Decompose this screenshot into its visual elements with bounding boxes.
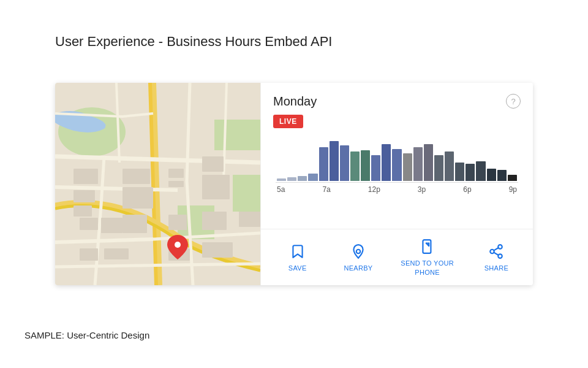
chart-bar	[476, 161, 485, 181]
chart-bar	[392, 149, 401, 181]
sample-label: SAMPLE: User-Centric Design	[24, 330, 149, 340]
chart-container: 5a7a12p3p6p9p	[273, 138, 521, 194]
chart-bar	[445, 151, 454, 181]
chart-labels: 5a7a12p3p6p9p	[276, 185, 518, 194]
chart-bar	[413, 147, 423, 181]
svg-point-26	[356, 249, 361, 253]
svg-rect-10	[168, 181, 184, 187]
svg-rect-22	[202, 242, 233, 258]
svg-rect-17	[168, 215, 187, 230]
map-section	[55, 83, 260, 285]
chart-label: 5a	[277, 185, 285, 194]
chart-bar	[382, 144, 391, 181]
share-label: SHARE	[484, 264, 508, 272]
day-label: Monday	[273, 94, 317, 109]
chart-bar	[298, 176, 307, 181]
svg-rect-20	[104, 248, 129, 259]
svg-rect-14	[80, 218, 98, 230]
svg-rect-5	[74, 169, 98, 184]
bookmark-icon	[289, 243, 306, 260]
svg-rect-11	[202, 156, 224, 172]
svg-rect-6	[74, 190, 95, 202]
page-title: User Experience - Business Hours Embed A…	[55, 34, 332, 50]
chart-bar	[319, 147, 328, 181]
chart-bar	[455, 163, 464, 181]
actions-section: SAVE NEARBY	[261, 229, 533, 285]
svg-rect-8	[123, 169, 150, 184]
right-panel: Monday ? LIVE 5a7a12p3p6p9p	[260, 83, 533, 285]
send-to-phone-label: SEND TO YOURPHONE	[401, 259, 454, 277]
chart-bar	[487, 169, 496, 181]
send-to-phone-button[interactable]: SEND TO YOURPHONE	[401, 238, 454, 277]
chart-bar	[330, 141, 339, 181]
chart-bar	[508, 175, 517, 181]
chart-label: 6p	[463, 185, 471, 194]
svg-rect-15	[101, 218, 123, 233]
chart-label: 9p	[509, 185, 517, 194]
chart-bar	[466, 164, 475, 181]
svg-rect-23	[239, 212, 260, 227]
phone-send-icon	[419, 238, 436, 255]
svg-rect-27	[423, 240, 431, 254]
chart-bars	[276, 138, 518, 181]
chart-bar	[371, 155, 380, 181]
hours-section: Monday ? LIVE 5a7a12p3p6p9p	[261, 83, 533, 229]
chart-bar	[340, 145, 349, 181]
chart-bar	[403, 153, 412, 181]
chart-bar	[424, 144, 433, 181]
svg-line-34	[494, 252, 499, 255]
chart-label: 12p	[368, 185, 380, 194]
share-icon	[488, 243, 505, 260]
chart-bar	[350, 151, 360, 181]
svg-rect-13	[123, 187, 153, 209]
nearby-label: NEARBY	[344, 264, 372, 272]
chart-bar	[497, 170, 507, 181]
chart-label: 3p	[418, 185, 426, 194]
chart-bar	[308, 174, 317, 181]
hours-header: Monday ?	[273, 94, 521, 109]
live-badge: LIVE	[273, 115, 303, 128]
save-label: SAVE	[288, 264, 307, 272]
chart-bar	[361, 150, 370, 181]
nearby-button[interactable]: NEARBY	[340, 243, 377, 272]
svg-rect-7	[74, 205, 92, 217]
help-button[interactable]: ?	[506, 94, 521, 109]
svg-rect-9	[168, 169, 184, 178]
svg-rect-12	[202, 175, 230, 199]
chart-divider	[276, 182, 518, 183]
save-button[interactable]: SAVE	[279, 243, 316, 272]
svg-rect-2	[233, 175, 260, 212]
main-card: Monday ? LIVE 5a7a12p3p6p9p	[55, 83, 533, 285]
nearby-icon	[350, 243, 367, 260]
svg-rect-18	[202, 212, 227, 230]
share-button[interactable]: SHARE	[478, 243, 514, 272]
chart-label: 7a	[322, 185, 330, 194]
svg-rect-4	[214, 120, 260, 150]
chart-bar	[434, 155, 443, 181]
chart-bar	[277, 178, 286, 181]
chart-bar	[287, 177, 296, 181]
svg-rect-16	[123, 215, 147, 233]
svg-line-35	[494, 248, 499, 250]
svg-rect-19	[80, 248, 98, 261]
svg-point-25	[175, 242, 181, 248]
